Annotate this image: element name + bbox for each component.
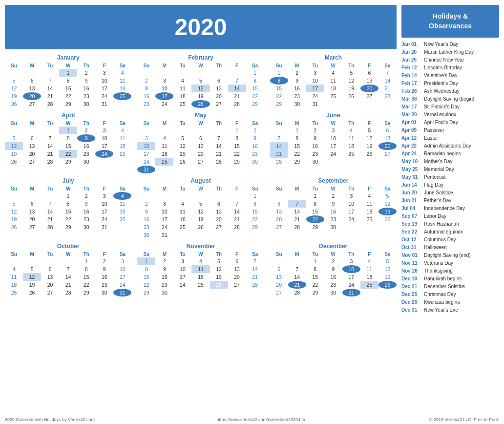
calendar-day[interactable]: 9 xyxy=(137,208,155,215)
calendar-day[interactable]: 11 xyxy=(342,134,360,142)
calendar-day[interactable]: 13 xyxy=(41,273,59,281)
calendar-day[interactable]: 9 xyxy=(155,265,173,273)
calendar-day[interactable]: 18 xyxy=(155,150,173,158)
calendar-day[interactable]: 7 xyxy=(288,265,306,273)
calendar-day[interactable]: 23 xyxy=(288,92,306,100)
calendar-day[interactable]: 20 xyxy=(360,85,378,92)
calendar-day[interactable]: 4 xyxy=(113,69,131,77)
calendar-day[interactable]: 8 xyxy=(306,265,324,273)
calendar-day[interactable]: 15 xyxy=(59,85,77,92)
calendar-day[interactable]: 21 xyxy=(59,281,77,289)
calendar-day[interactable]: 28 xyxy=(288,223,306,231)
calendar-day[interactable] xyxy=(288,192,306,200)
calendar-day[interactable] xyxy=(95,158,113,166)
calendar-day[interactable]: 20 xyxy=(210,215,228,223)
calendar-day[interactable]: 12 xyxy=(5,85,23,92)
calendar-day[interactable]: 2 xyxy=(77,69,95,77)
calendar-day[interactable]: 14 xyxy=(41,85,59,92)
calendar-day[interactable] xyxy=(173,127,191,134)
calendar-day[interactable]: 11 xyxy=(5,273,23,281)
calendar-day[interactable] xyxy=(5,192,23,200)
calendar-day[interactable]: 23 xyxy=(77,215,95,223)
calendar-day[interactable]: 19 xyxy=(342,85,360,92)
calendar-day[interactable]: 29 xyxy=(306,223,324,231)
calendar-day[interactable] xyxy=(137,127,155,134)
calendar-day[interactable]: 5 xyxy=(191,77,210,85)
calendar-day[interactable]: 25 xyxy=(360,281,378,289)
calendar-day[interactable]: 25 xyxy=(342,150,360,158)
calendar-day[interactable]: 19 xyxy=(378,208,397,215)
calendar-day[interactable]: 14 xyxy=(246,265,264,273)
calendar-day[interactable]: 17 xyxy=(95,142,113,150)
calendar-day[interactable] xyxy=(113,158,131,166)
calendar-day[interactable]: 22 xyxy=(306,281,324,289)
calendar-day[interactable]: 16 xyxy=(306,142,324,150)
calendar-day[interactable]: 31 xyxy=(155,231,173,239)
calendar-day[interactable] xyxy=(173,192,191,200)
calendar-day[interactable]: 23 xyxy=(246,150,264,158)
calendar-day[interactable]: 27 xyxy=(23,100,41,108)
calendar-day[interactable]: 22 xyxy=(59,215,77,223)
calendar-day[interactable]: 2 xyxy=(95,257,113,265)
calendar-day[interactable]: 3 xyxy=(95,69,113,77)
calendar-day[interactable]: 30 xyxy=(137,231,155,239)
calendar-day[interactable]: 16 xyxy=(288,85,306,92)
calendar-day[interactable]: 11 xyxy=(360,265,378,273)
calendar-day[interactable] xyxy=(155,127,173,134)
calendar-day[interactable]: 15 xyxy=(288,142,306,150)
calendar-day[interactable]: 1 xyxy=(306,257,324,265)
calendar-day[interactable]: 18 xyxy=(342,142,360,150)
calendar-day[interactable]: 15 xyxy=(246,85,264,92)
calendar-day[interactable]: 23 xyxy=(155,281,173,289)
calendar-day[interactable]: 9 xyxy=(288,77,306,85)
calendar-day[interactable] xyxy=(5,127,23,134)
calendar-day[interactable]: 13 xyxy=(210,208,228,215)
calendar-day[interactable]: 19 xyxy=(5,150,23,158)
calendar-day[interactable]: 10 xyxy=(155,208,173,215)
calendar-day[interactable]: 19 xyxy=(5,215,23,223)
calendar-day[interactable]: 9 xyxy=(77,200,95,208)
calendar-day[interactable]: 13 xyxy=(191,142,210,150)
calendar-day[interactable] xyxy=(246,289,264,297)
calendar-day[interactable] xyxy=(210,69,228,77)
calendar-day[interactable]: 24 xyxy=(342,215,360,223)
calendar-day[interactable]: 20 xyxy=(23,150,41,158)
calendar-day[interactable]: 8 xyxy=(137,265,155,273)
calendar-day[interactable]: 21 xyxy=(41,92,59,100)
calendar-day[interactable] xyxy=(191,166,210,173)
calendar-day[interactable] xyxy=(5,257,23,265)
calendar-day[interactable]: 21 xyxy=(288,281,306,289)
calendar-day[interactable]: 14 xyxy=(288,273,306,281)
calendar-day[interactable] xyxy=(270,257,288,265)
calendar-day[interactable]: 4 xyxy=(360,192,378,200)
calendar-day[interactable]: 6 xyxy=(23,134,41,142)
calendar-day[interactable]: 30 xyxy=(155,289,173,297)
calendar-day[interactable]: 26 xyxy=(5,100,23,108)
calendar-day[interactable]: 14 xyxy=(41,142,59,150)
calendar-day[interactable]: 20 xyxy=(23,215,41,223)
calendar-day[interactable]: 10 xyxy=(113,265,131,273)
calendar-day[interactable]: 30 xyxy=(288,100,306,108)
calendar-day[interactable]: 18 xyxy=(324,85,342,92)
calendar-day[interactable]: 20 xyxy=(41,281,59,289)
calendar-day[interactable]: 21 xyxy=(246,273,264,281)
calendar-day[interactable] xyxy=(228,231,246,239)
calendar-day[interactable]: 6 xyxy=(210,77,228,85)
calendar-day[interactable]: 13 xyxy=(210,85,228,92)
calendar-day[interactable]: 19 xyxy=(360,142,378,150)
calendar-day[interactable] xyxy=(378,100,397,108)
calendar-day[interactable]: 12 xyxy=(5,142,23,150)
calendar-day[interactable]: 1 xyxy=(246,69,264,77)
calendar-day[interactable]: 12 xyxy=(378,200,397,208)
calendar-day[interactable]: 8 xyxy=(270,77,288,85)
calendar-day[interactable]: 17 xyxy=(155,92,173,100)
calendar-day[interactable]: 17 xyxy=(113,273,131,281)
calendar-day[interactable] xyxy=(210,166,228,173)
calendar-day[interactable]: 23 xyxy=(306,150,324,158)
calendar-day[interactable]: 26 xyxy=(210,281,228,289)
calendar-day[interactable] xyxy=(41,257,59,265)
calendar-day[interactable]: 26 xyxy=(5,223,23,231)
calendar-day[interactable]: 13 xyxy=(23,142,41,150)
calendar-day[interactable]: 5 xyxy=(191,200,210,208)
calendar-day[interactable]: 16 xyxy=(77,208,95,215)
